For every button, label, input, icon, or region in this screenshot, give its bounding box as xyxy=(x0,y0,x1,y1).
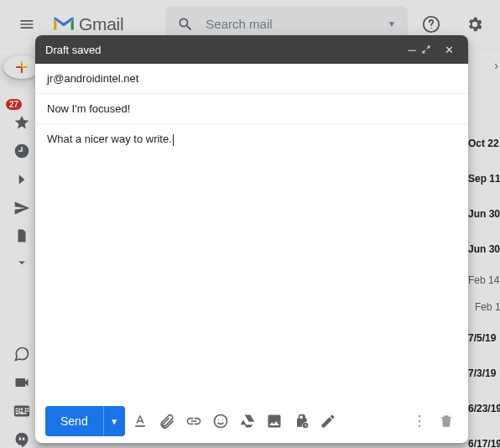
search-input[interactable] xyxy=(206,17,376,31)
svg-point-5 xyxy=(419,415,421,418)
hangouts-icon[interactable] xyxy=(13,431,30,448)
star-icon[interactable] xyxy=(13,114,30,131)
send-button[interactable]: Send xyxy=(45,406,103,436)
link-icon[interactable] xyxy=(182,409,206,433)
emoji-icon[interactable] xyxy=(209,409,232,433)
svg-point-2 xyxy=(214,415,227,428)
send-icon[interactable] xyxy=(13,200,30,216)
text-cursor xyxy=(173,134,174,146)
body-text: What a nicer way to write. xyxy=(47,133,172,145)
subject-value: Now I'm focused! xyxy=(47,102,130,115)
svg-point-7 xyxy=(419,425,421,428)
plus-icon: + xyxy=(15,55,29,79)
close-icon[interactable]: ✕ xyxy=(440,44,458,56)
svg-point-1 xyxy=(430,27,431,28)
date-cell[interactable]: 6/17/19 xyxy=(466,426,500,448)
compose-title: Draft saved xyxy=(45,44,403,56)
search-icon xyxy=(177,16,194,33)
lock-clock-icon[interactable] xyxy=(289,409,313,433)
inbox-badge: 27 xyxy=(6,99,22,110)
to-value: jr@androidintel.net xyxy=(47,72,138,85)
keyboard-icon[interactable] xyxy=(13,403,31,419)
date-cell[interactable]: Jun 30 xyxy=(466,196,500,232)
date-cell[interactable]: Oct 22 xyxy=(466,126,500,161)
dropdown-icon[interactable]: ▼ xyxy=(388,19,396,29)
minimize-icon[interactable]: ─ xyxy=(403,44,421,56)
date-cell[interactable]: Sep 11 xyxy=(466,161,500,196)
date-cell[interactable]: 6/23/19 xyxy=(466,391,500,426)
gmail-logo[interactable]: Gmail xyxy=(52,14,123,34)
body-field[interactable]: What a nicer way to write. xyxy=(35,124,468,399)
gear-icon[interactable] xyxy=(460,9,490,39)
file-icon[interactable] xyxy=(14,228,29,243)
svg-point-6 xyxy=(419,420,421,423)
chevron-right-icon[interactable] xyxy=(13,171,30,188)
to-field[interactable]: jr@androidintel.net xyxy=(35,64,468,94)
compose-footer: Send ▼ xyxy=(35,399,468,443)
svg-point-4 xyxy=(222,419,223,420)
more-vert-icon[interactable] xyxy=(408,409,431,433)
date-cell[interactable]: 7/3/19 xyxy=(466,356,500,391)
date-column: › Oct 22 Sep 11 Jun 30 Jun 30 Feb 14 Feb… xyxy=(466,59,500,448)
clock-icon[interactable] xyxy=(13,143,30,159)
format-text-icon[interactable] xyxy=(128,409,152,433)
date-cell[interactable]: Feb 1 xyxy=(466,294,500,320)
trash-icon[interactable] xyxy=(435,409,458,433)
chevron-right-icon[interactable]: › xyxy=(494,59,498,72)
chat-bubble-icon[interactable] xyxy=(13,346,30,362)
drive-icon[interactable] xyxy=(236,409,259,433)
pen-icon[interactable] xyxy=(316,409,340,433)
send-options-button[interactable]: ▼ xyxy=(103,406,125,436)
date-cell[interactable]: Jun 30 xyxy=(466,232,500,267)
date-cell[interactable]: Feb 14 xyxy=(466,267,500,294)
paperclip-icon[interactable] xyxy=(155,409,179,433)
product-name: Gmail xyxy=(79,14,123,34)
svg-point-3 xyxy=(218,419,219,420)
date-cell[interactable]: 7/5/19 xyxy=(466,320,500,356)
subject-field[interactable]: Now I'm focused! xyxy=(35,94,468,124)
compose-header[interactable]: Draft saved ─ ✕ xyxy=(35,35,468,64)
video-icon[interactable] xyxy=(13,374,30,391)
compose-dialog: Draft saved ─ ✕ jr@androidintel.net Now … xyxy=(35,35,468,443)
photo-icon[interactable] xyxy=(263,409,286,433)
expand-more-icon[interactable] xyxy=(14,255,29,270)
collapse-icon[interactable] xyxy=(421,44,440,55)
